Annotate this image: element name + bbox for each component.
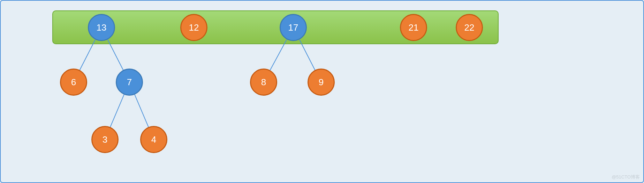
edge-n7-n4: [135, 95, 149, 127]
heap-node-7: 7: [116, 69, 143, 96]
heap-node-22: 22: [456, 14, 483, 41]
heap-node-17: 17: [280, 14, 307, 41]
edge-n13-n7: [108, 40, 123, 70]
edge-n7-n3: [110, 95, 124, 127]
heap-node-6: 6: [60, 69, 87, 96]
heap-node-3: 3: [91, 126, 119, 153]
edge-n13-n6: [80, 40, 96, 70]
heap-node-12: 12: [180, 14, 207, 41]
heap-node-8: 8: [250, 69, 277, 96]
heap-node-21: 21: [400, 14, 427, 41]
heap-node-4: 4: [140, 126, 167, 153]
heap-node-13: 13: [88, 14, 115, 41]
edge-n17-n8: [270, 39, 287, 70]
edge-n17-n9: [300, 40, 315, 70]
heap-node-9: 9: [308, 69, 335, 96]
